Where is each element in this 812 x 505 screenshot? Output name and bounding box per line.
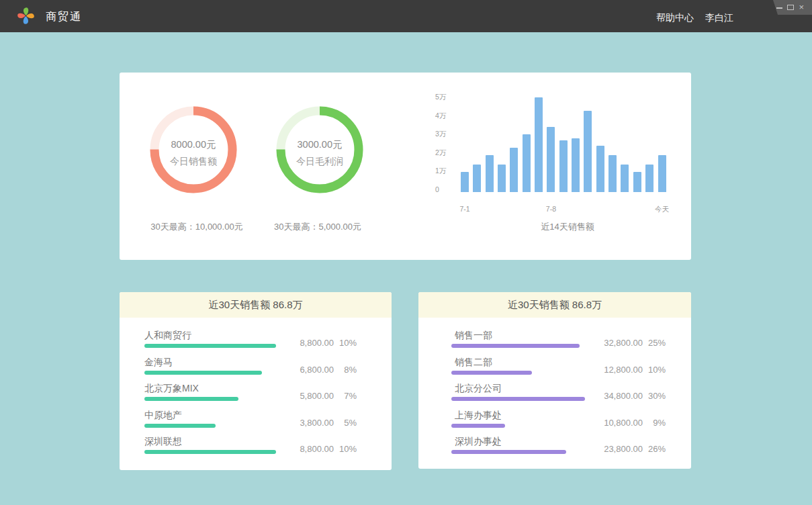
list-item-label: 北京万象MIX <box>144 383 277 394</box>
list-item-label: 深圳联想 <box>144 436 277 447</box>
bar <box>547 127 555 192</box>
list-item-bar <box>144 371 262 375</box>
list-item-bar <box>451 371 532 375</box>
x-axis-tick: 7-1 <box>459 205 469 213</box>
list-item: 北京分公司 34,800.00 30% <box>451 383 666 401</box>
list-item-percent: 10% <box>334 338 357 348</box>
list-item-bar <box>144 344 276 348</box>
bar <box>633 172 641 192</box>
list-item: 上海办事处 10,800.00 9% <box>451 410 666 428</box>
bar <box>498 165 506 192</box>
y-axis-tick: 1万 <box>435 167 446 176</box>
bar <box>572 138 580 192</box>
bar <box>608 155 617 192</box>
list-item-bar <box>451 397 585 401</box>
bar <box>473 165 481 192</box>
departments-sales-card: 近30天销售额 86.8万 销售一部 32,800.00 25% 销售二部 12… <box>418 292 691 469</box>
list-item-value: 5,800.00 <box>277 391 334 401</box>
bar-series <box>461 97 666 192</box>
app-logo-pinwheel-icon <box>17 7 35 25</box>
list-item-bar <box>451 450 566 454</box>
list-item-percent: 10% <box>643 365 666 375</box>
bar <box>596 146 604 192</box>
list-item-percent: 25% <box>643 338 666 348</box>
list-item-label: 销售二部 <box>451 357 586 368</box>
y-axis-tick: 0 <box>435 185 439 193</box>
close-icon[interactable]: × <box>799 3 804 11</box>
app-window: 商贸通 帮助中心 李白江 × 8000.00元 今日销售额 30天最高：10,0… <box>0 0 812 505</box>
departments-card-title: 近30天销售额 86.8万 <box>418 292 691 318</box>
list-item: 北京万象MIX 5,800.00 7% <box>144 383 357 401</box>
list-item-label: 深圳办事处 <box>451 436 586 447</box>
bar <box>535 97 543 192</box>
list-item-percent: 10% <box>334 444 357 454</box>
list-item-label: 北京分公司 <box>451 383 586 394</box>
window-controls: × <box>770 0 812 15</box>
list-item-value: 8,800.00 <box>277 444 334 454</box>
list-item-bar <box>144 397 238 401</box>
titlebar: 商贸通 帮助中心 李白江 × <box>0 0 812 32</box>
maximize-icon[interactable] <box>787 5 794 10</box>
list-item-percent: 30% <box>643 391 666 401</box>
list-item-percent: 9% <box>643 418 666 428</box>
list-item: 中原地产 3,800.00 5% <box>144 410 357 428</box>
list-item-value: 12,800.00 <box>586 365 643 375</box>
list-item-percent: 7% <box>334 391 357 401</box>
list-item: 深圳办事处 23,800.00 26% <box>451 436 666 454</box>
list-item-value: 23,800.00 <box>586 444 643 454</box>
list-item-bar <box>144 424 216 428</box>
list-item-bar <box>144 450 276 454</box>
y-axis-tick: 3万 <box>435 130 446 139</box>
customers-sales-card: 近30天销售额 86.8万 人和商贸行 8,800.00 10% 金海马 6,8… <box>120 292 392 470</box>
bar <box>510 148 518 192</box>
list-item: 金海马 6,800.00 8% <box>144 357 357 375</box>
list-item-label: 金海马 <box>144 357 277 368</box>
username-menu[interactable]: 李白江 <box>705 0 733 35</box>
x-axis-tick: 7-8 <box>546 205 556 213</box>
list-item-value: 6,800.00 <box>277 365 334 375</box>
bar <box>523 134 531 192</box>
list-item-bar <box>451 424 505 428</box>
bar-chart-caption: 近14天销售额 <box>500 221 635 233</box>
customers-card-title: 近30天销售额 86.8万 <box>120 292 392 318</box>
list-item: 销售二部 12,800.00 10% <box>451 357 666 375</box>
y-axis-tick: 5万 <box>435 93 446 102</box>
list-item-bar <box>451 344 580 348</box>
y-axis-tick: 4万 <box>435 111 446 121</box>
list-item-label: 上海办事处 <box>451 410 586 421</box>
x-axis-tick: 今天 <box>655 205 669 214</box>
bar <box>559 140 568 192</box>
bar <box>645 165 653 192</box>
list-item-percent: 26% <box>643 444 666 454</box>
list-item-value: 34,800.00 <box>586 391 643 401</box>
app-title: 商贸通 <box>46 0 82 34</box>
bar <box>584 111 592 192</box>
list-item-value: 32,800.00 <box>586 338 643 348</box>
bar <box>486 155 494 192</box>
list-item: 人和商贸行 8,800.00 10% <box>144 330 357 348</box>
list-item: 深圳联想 8,800.00 10% <box>144 436 357 454</box>
list-item-value: 10,800.00 <box>586 418 643 428</box>
list-item-label: 中原地产 <box>144 410 277 421</box>
list-item: 销售一部 32,800.00 25% <box>451 330 666 348</box>
customers-card-body: 人和商贸行 8,800.00 10% 金海马 6,800.00 8% 北京万象M… <box>120 318 392 454</box>
y-axis-tick: 2万 <box>435 148 446 158</box>
list-item-value: 3,800.00 <box>277 418 334 428</box>
bar <box>461 172 469 192</box>
bar <box>658 155 666 192</box>
list-item-label: 人和商贸行 <box>144 330 277 341</box>
bar <box>621 165 629 192</box>
list-item-percent: 8% <box>334 365 357 375</box>
kpi-summary-card: 8000.00元 今日销售额 30天最高：10,000.00元 3000.00元… <box>120 73 691 260</box>
list-item-percent: 5% <box>334 418 357 428</box>
help-center-link[interactable]: 帮助中心 <box>656 0 694 35</box>
list-item-value: 8,800.00 <box>277 338 334 348</box>
list-item-label: 销售一部 <box>451 330 586 341</box>
minimize-icon[interactable] <box>776 7 782 9</box>
departments-card-body: 销售一部 32,800.00 25% 销售二部 12,800.00 10% 北京… <box>418 318 691 454</box>
